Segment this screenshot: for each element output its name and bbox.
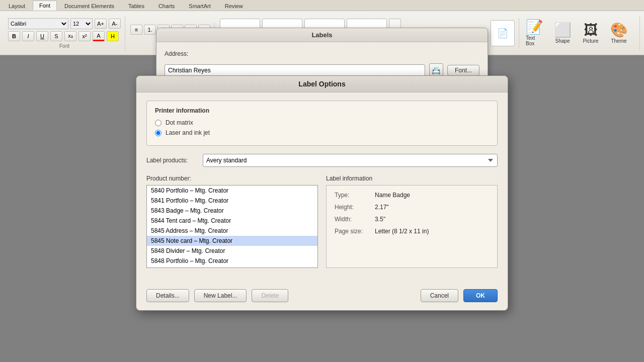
list-item[interactable]: 5840 Portfolio – Mtg. Creator — [147, 186, 317, 196]
lo-footer-right: Cancel OK — [421, 289, 498, 302]
list-item[interactable]: 5848 Divider – Mtg. Creator — [147, 246, 317, 256]
ribbon-tabs: Layout Font Document Elements Tables Cha… — [0, 0, 644, 11]
font-family-select[interactable]: Calibri — [8, 18, 68, 29]
list-item[interactable]: 5841 Portfolio – Mtg. Creator — [147, 196, 317, 206]
product-list[interactable]: 5840 Portfolio – Mtg. Creator 5841 Portf… — [146, 185, 318, 268]
height-val: 2.17" — [375, 204, 389, 211]
textbox-icon: 📝 — [526, 20, 543, 34]
products-row: Label products: Avery standard — [146, 154, 498, 167]
shape-icon: ⬜ — [554, 23, 572, 37]
font-row1: Calibri 12 A+ A- — [8, 18, 121, 29]
lo-footer-left: Details... New Label... Delete — [146, 289, 288, 302]
width-row: Width: 3.5" — [335, 216, 489, 223]
details-btn[interactable]: Details... — [146, 289, 189, 302]
highlight-btn[interactable]: H — [107, 31, 119, 41]
theme-insert-btn[interactable]: 🎨 Theme — [606, 21, 632, 46]
tab-review[interactable]: Review — [218, 1, 250, 11]
type-row: Type: Name Badge — [335, 192, 489, 199]
laser-radio[interactable] — [155, 130, 162, 136]
dot-matrix-label: Dot matrix — [166, 119, 193, 126]
font-size-increase[interactable]: A+ — [95, 19, 107, 29]
insert-section: 📄 📝 Text Box ⬜ Shape 🖼 Picture 🎨 Theme — [485, 11, 634, 55]
bold-btn[interactable]: B — [8, 31, 20, 41]
superscript-btn[interactable]: x² — [78, 31, 91, 41]
font-size-select[interactable]: 12 — [70, 18, 93, 29]
font-button[interactable]: Font... — [447, 65, 479, 76]
dot-matrix-radio[interactable] — [155, 120, 162, 126]
tab-layout[interactable]: Layout — [2, 1, 32, 11]
font-group-label: Font — [8, 43, 121, 49]
tab-smartart[interactable]: SmartArt — [182, 1, 217, 11]
list-item[interactable]: 5845 Address – Mtg. Creator — [147, 226, 317, 236]
page-size-key: Page size: — [335, 228, 375, 235]
lo-title: Label Options — [136, 76, 508, 93]
label-info-section: Label information Type: Name Badge Heigh… — [326, 175, 498, 268]
laser-row: Laser and ink jet — [155, 129, 489, 136]
height-row: Height: 2.17" — [335, 204, 489, 211]
products-label: Label products: — [146, 157, 197, 164]
height-key: Height: — [335, 204, 375, 211]
list-item[interactable]: 5843 Badge – Mtg. Creator — [147, 206, 317, 216]
lo-footer: Details... New Label... Delete Cancel OK — [136, 284, 508, 310]
font-color-btn[interactable]: A — [93, 31, 105, 41]
products-select[interactable]: Avery standard — [203, 154, 498, 167]
picture-icon: 🖼 — [584, 23, 598, 37]
tab-font[interactable]: Font — [33, 1, 57, 11]
laser-label: Laser and ink jet — [166, 129, 210, 136]
textbox-insert-btn[interactable]: 📝 Text Box — [521, 18, 547, 49]
italic-btn[interactable]: I — [22, 31, 34, 41]
page-size-val: Letter (8 1/2 x 11 in) — [375, 228, 429, 235]
font-row2: B I U S x₂ x² A H — [8, 31, 121, 41]
address-label: Address: — [165, 50, 200, 57]
width-key: Width: — [335, 216, 375, 223]
lo-cancel-btn[interactable]: Cancel — [421, 289, 458, 302]
tab-document-elements[interactable]: Document Elements — [58, 1, 121, 11]
bullets-btn[interactable]: ≡ — [130, 25, 142, 35]
tab-charts[interactable]: Charts — [152, 1, 181, 11]
list-item[interactable]: 5844 Tent card – Mtg. Creator — [147, 216, 317, 226]
textbox-label: Text Box — [526, 35, 543, 46]
font-size-decrease[interactable]: A- — [109, 19, 121, 29]
printer-section-label: Printer information — [155, 107, 489, 114]
shape-insert-btn[interactable]: ⬜ Shape — [549, 21, 576, 46]
theme-icon: 🎨 — [610, 23, 628, 37]
list-item[interactable]: 5848 Portfolio – Mtg. Creator — [147, 256, 317, 266]
insert-style-btn[interactable]: 📄 — [491, 20, 515, 46]
label-info-heading: Label information — [326, 175, 498, 182]
product-number-section: Product number: 5840 Portfolio – Mtg. Cr… — [146, 175, 318, 268]
labels-dialog-title: Labels — [156, 28, 488, 42]
strikethrough-btn[interactable]: S — [50, 31, 62, 41]
underline-btn[interactable]: U — [36, 31, 48, 41]
numbering-btn[interactable]: 1. — [144, 25, 156, 35]
picture-label: Picture — [583, 38, 598, 44]
subscript-btn[interactable]: x₂ — [64, 31, 76, 41]
label-info-box: Type: Name Badge Height: 2.17" Width: 3.… — [326, 185, 498, 268]
delete-btn[interactable]: Delete — [252, 289, 288, 302]
font-group: Calibri 12 A+ A- B I U S x₂ x² A H — [4, 16, 125, 51]
address-book-icon: 📇 — [432, 66, 440, 74]
type-val: Name Badge — [375, 192, 410, 199]
theme-label: Theme — [611, 38, 626, 44]
tab-tables[interactable]: Tables — [122, 1, 151, 11]
picture-insert-btn[interactable]: 🖼 Picture — [578, 21, 604, 46]
list-item[interactable]: 5849 Divider – Mtg. Creator — [147, 266, 317, 268]
list-item-selected[interactable]: 5845 Note card – Mtg. Creator — [147, 236, 317, 246]
insert-styles-group: 📄 — [487, 18, 519, 48]
width-val: 3.5" — [375, 216, 385, 223]
shape-label: Shape — [555, 38, 570, 44]
printer-info-section: Printer information Dot matrix Laser and… — [146, 101, 498, 146]
new-label-btn[interactable]: New Label... — [194, 289, 247, 302]
insert-styles-row: 📄 — [491, 20, 515, 46]
lo-ok-btn[interactable]: OK — [463, 289, 498, 302]
address-row: Address: — [165, 50, 479, 57]
lo-body: Printer information Dot matrix Laser and… — [136, 93, 508, 284]
type-key: Type: — [335, 192, 375, 199]
dot-matrix-row: Dot matrix — [155, 119, 489, 126]
page-size-row: Page size: Letter (8 1/2 x 11 in) — [335, 228, 489, 235]
address-input[interactable] — [165, 64, 425, 76]
product-number-label: Product number: — [146, 175, 318, 182]
main-content-row: Product number: 5840 Portfolio – Mtg. Cr… — [146, 175, 498, 268]
label-options-dialog: Label Options Printer information Dot ma… — [136, 75, 508, 311]
